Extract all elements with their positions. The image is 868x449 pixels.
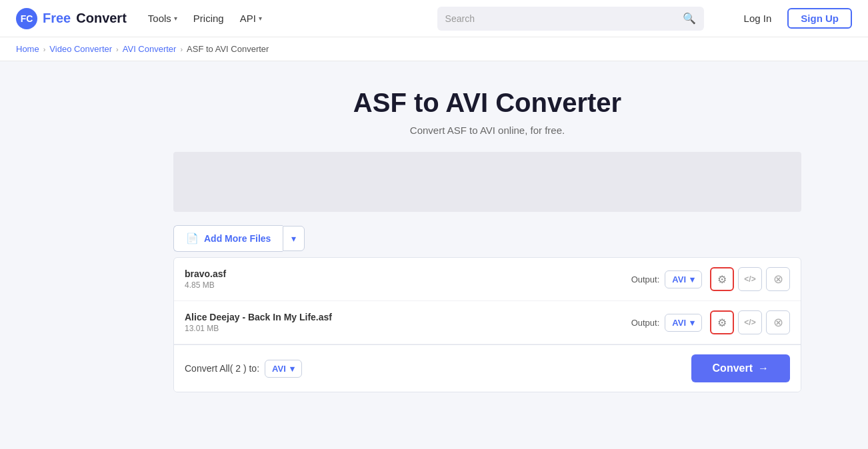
login-button[interactable]: Log In xyxy=(736,9,780,28)
file-actions-1: ⚙ </> ⊗ xyxy=(710,267,790,291)
output-label-1: Output: xyxy=(631,274,660,284)
gear-icon-1: ⚙ xyxy=(717,273,727,286)
code-button-2[interactable]: </> xyxy=(738,310,762,334)
breadcrumb-current: ASF to AVI Converter xyxy=(187,44,269,54)
output-format-select-1[interactable]: AVI ▾ xyxy=(665,270,702,288)
breadcrumb-sep-1: › xyxy=(43,45,46,53)
tools-chevron-icon: ▾ xyxy=(174,15,177,22)
page-subtitle: Convert ASF to AVI online, for free. xyxy=(173,125,801,136)
code-icon-1: </> xyxy=(744,274,755,284)
file-list: bravo.asf 4.85 MB Output: AVI ▾ ⚙ </> xyxy=(173,257,801,392)
convert-all-chevron-icon: ▾ xyxy=(290,364,295,374)
search-icon: 🔍 xyxy=(683,12,696,25)
add-files-chevron-button[interactable]: ▾ xyxy=(283,226,305,251)
convert-all-format-select[interactable]: AVI ▾ xyxy=(265,360,302,378)
add-files-chevron-icon: ▾ xyxy=(291,233,296,244)
breadcrumb-avi-converter[interactable]: AVI Converter xyxy=(123,44,177,54)
main-nav: Tools ▾ Pricing API ▾ xyxy=(148,7,262,29)
file-info-1: bravo.asf 4.85 MB xyxy=(185,268,623,290)
settings-button-1[interactable]: ⚙ xyxy=(710,267,734,291)
code-button-1[interactable]: </> xyxy=(738,267,762,291)
file-size-1: 4.85 MB xyxy=(185,280,623,290)
table-row: bravo.asf 4.85 MB Output: AVI ▾ ⚙ </> xyxy=(174,258,801,301)
remove-button-1[interactable]: ⊗ xyxy=(766,267,790,291)
code-icon-2: </> xyxy=(744,318,755,327)
close-icon-2: ⊗ xyxy=(773,315,783,330)
add-files-row: 📄 Add More Files ▾ xyxy=(173,225,801,252)
convert-button[interactable]: Convert → xyxy=(691,354,790,382)
breadcrumb-video-converter[interactable]: Video Converter xyxy=(49,44,112,54)
logo-icon: FC xyxy=(16,8,37,29)
convert-all-left: Convert All( 2 ) to: AVI ▾ xyxy=(185,360,302,378)
breadcrumb-sep-3: › xyxy=(180,45,183,53)
file-size-2: 13.01 MB xyxy=(185,324,623,333)
search-input[interactable] xyxy=(445,13,683,24)
output-label-2: Output: xyxy=(631,318,660,328)
output-format-select-2[interactable]: AVI ▾ xyxy=(665,314,702,332)
search-bar: 🔍 xyxy=(437,7,704,31)
close-icon-1: ⊗ xyxy=(773,272,783,286)
main-layout: ASF to AVI Converter Convert ASF to AVI … xyxy=(0,61,868,440)
file-info-2: Alice Deejay - Back In My Life.asf 13.01… xyxy=(185,312,623,333)
page-title: ASF to AVI Converter xyxy=(173,88,801,118)
header: FC FreeConvert Tools ▾ Pricing API ▾ 🔍 L… xyxy=(0,0,868,37)
sidebar-right xyxy=(815,61,868,440)
breadcrumb: Home › Video Converter › AVI Converter ›… xyxy=(0,37,868,61)
convert-arrow-icon: → xyxy=(758,362,769,374)
output-chevron-icon-2: ▾ xyxy=(690,318,695,328)
remove-button-2[interactable]: ⊗ xyxy=(766,310,790,334)
file-name-1: bravo.asf xyxy=(185,268,623,279)
header-actions: Log In Sign Up xyxy=(736,8,852,29)
file-actions-2: ⚙ </> ⊗ xyxy=(710,310,790,334)
logo[interactable]: FC FreeConvert xyxy=(16,8,127,29)
gear-icon-2: ⚙ xyxy=(717,316,727,329)
add-more-files-button[interactable]: 📄 Add More Files xyxy=(173,225,283,252)
convert-all-label: Convert All( 2 ) to: xyxy=(185,363,259,374)
file-name-2: Alice Deejay - Back In My Life.asf xyxy=(185,312,623,322)
ad-banner xyxy=(173,152,801,212)
main-content: ASF to AVI Converter Convert ASF to AVI … xyxy=(160,61,815,440)
logo-convert: Convert xyxy=(76,11,127,26)
add-file-icon: 📄 xyxy=(186,232,199,244)
output-chevron-icon-1: ▾ xyxy=(690,274,695,284)
logo-free: Free xyxy=(43,11,71,26)
sidebar-left xyxy=(0,61,160,440)
file-output-2: Output: AVI ▾ xyxy=(631,314,702,332)
api-chevron-icon: ▾ xyxy=(259,15,262,22)
nav-api[interactable]: API ▾ xyxy=(240,7,262,29)
file-output-1: Output: AVI ▾ xyxy=(631,270,702,288)
nav-tools[interactable]: Tools ▾ xyxy=(148,7,177,29)
nav-pricing[interactable]: Pricing xyxy=(193,7,224,29)
arrow-container: Convert → xyxy=(691,354,790,382)
breadcrumb-sep-2: › xyxy=(116,45,119,53)
settings-button-2[interactable]: ⚙ xyxy=(710,310,734,334)
breadcrumb-home[interactable]: Home xyxy=(16,44,39,54)
table-row: Alice Deejay - Back In My Life.asf 13.01… xyxy=(174,301,801,344)
convert-all-row: Convert All( 2 ) to: AVI ▾ Convert → xyxy=(174,344,801,392)
signup-button[interactable]: Sign Up xyxy=(787,8,852,29)
